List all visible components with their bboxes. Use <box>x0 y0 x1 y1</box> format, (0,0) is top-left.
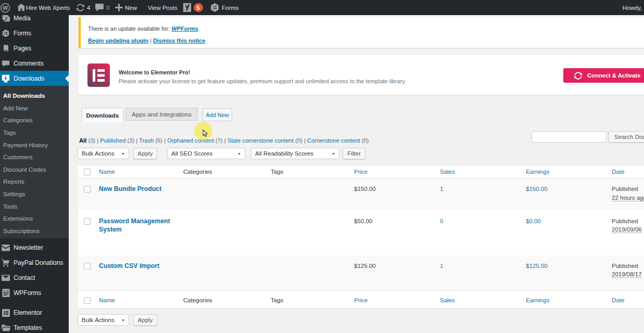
svg-text:W: W <box>3 4 8 10</box>
